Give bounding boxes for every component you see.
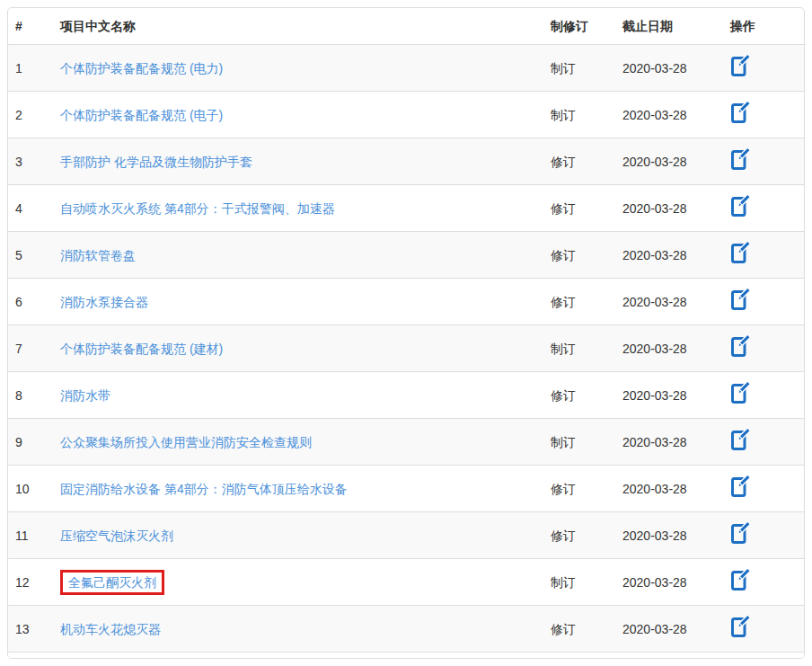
row-action-cell (723, 466, 804, 512)
row-index: 4 (8, 185, 53, 232)
edit-icon[interactable] (730, 147, 750, 171)
row-type: 修订 (543, 279, 615, 325)
edit-icon[interactable] (730, 241, 750, 264)
edit-icon[interactable] (730, 615, 750, 638)
row-index: 5 (8, 232, 53, 279)
project-name-link[interactable]: 消防水带 (60, 388, 110, 403)
row-index: 1 (8, 45, 53, 92)
row-name-cell: 手部防护 化学品及微生物防护手套 (53, 138, 543, 185)
row-name-cell: 自动喷水灭火系统 第4部分：干式报警阀、加速器 (53, 185, 543, 232)
row-action-cell (723, 512, 804, 559)
table-row: 3 手部防护 化学品及微生物防护手套 修订 2020-03-28 (8, 138, 804, 185)
edit-icon[interactable] (730, 54, 750, 77)
row-action-cell (723, 45, 804, 92)
row-deadline: 2020-03-28 (615, 92, 723, 138)
row-action-cell (723, 279, 804, 325)
row-type: 修订 (543, 232, 615, 279)
col-header-name: 项目中文名称 (53, 8, 543, 45)
row-type: 制订 (543, 325, 615, 372)
edit-icon[interactable] (730, 381, 750, 404)
col-header-type: 制修订 (543, 8, 615, 45)
row-index: 9 (8, 419, 53, 466)
edit-icon[interactable] (730, 568, 750, 591)
row-type: 制订 (543, 559, 615, 606)
table-row: 12 全氟己酮灭火剂 制订 2020-03-28 (8, 559, 804, 606)
table-row: 1 个体防护装备配备规范 (电力) 制订 2020-03-28 (8, 45, 804, 92)
edit-icon[interactable] (730, 101, 750, 124)
row-type: 修订 (543, 138, 615, 185)
edit-icon[interactable] (730, 475, 750, 498)
row-action-cell (723, 653, 804, 660)
row-action-cell (723, 185, 804, 232)
row-type: 修订 (543, 606, 615, 653)
project-name-link[interactable]: 消防软管卷盘 (60, 248, 136, 262)
project-name-link[interactable]: 机动车火花熄灭器 (60, 622, 161, 636)
row-index: 14 (8, 653, 53, 660)
row-type: 制订 (543, 92, 615, 138)
row-name-cell: 压缩空气泡沫灭火剂 (53, 512, 543, 559)
row-name-cell: 个体防护装备配备规范 (电力) (53, 45, 543, 92)
edit-icon[interactable] (730, 428, 750, 451)
row-deadline: 2020-03-28 (615, 466, 723, 512)
project-name-link[interactable]: 个体防护装备配备规范 (建材) (60, 342, 223, 356)
row-type: 修订 (543, 466, 615, 512)
project-name-link[interactable]: 个体防护装备配备规范 (电力) (60, 61, 223, 75)
row-name-cell: 消防水泵接合器 (53, 279, 543, 325)
row-deadline: 2020-03-28 (615, 653, 723, 660)
table-row: 8 消防水带 修订 2020-03-28 (8, 372, 804, 419)
project-name-link[interactable]: 手部防护 化学品及微生物防护手套 (60, 155, 252, 169)
project-name-link[interactable]: 自动喷水灭火系统 第4部分：干式报警阀、加速器 (60, 201, 335, 216)
row-type: 制订 (543, 419, 615, 466)
row-index: 8 (8, 372, 53, 419)
row-deadline: 2020-03-28 (615, 325, 723, 372)
table-row: 10 固定消防给水设备 第4部分：消防气体顶压给水设备 修订 2020-03-2… (8, 466, 804, 512)
table-row: 5 消防软管卷盘 修订 2020-03-28 (8, 232, 804, 279)
table-row: 7 个体防护装备配备规范 (建材) 制订 2020-03-28 (8, 325, 804, 372)
table-row: 4 自动喷水灭火系统 第4部分：干式报警阀、加速器 修订 2020-03-28 (8, 185, 804, 232)
project-name-link[interactable]: 压缩空气泡沫灭火剂 (60, 528, 173, 543)
row-deadline: 2020-03-28 (615, 232, 723, 279)
row-type: 修订 (543, 653, 615, 660)
row-action-cell (723, 419, 804, 466)
row-name-cell: 机动车火花熄灭器 (53, 606, 543, 653)
row-deadline: 2020-03-28 (615, 512, 723, 559)
row-name-cell: 固定消防给水设备 第4部分：消防气体顶压给水设备 (53, 466, 543, 512)
row-index: 13 (8, 606, 53, 653)
col-header-deadline: 截止日期 (615, 8, 723, 45)
edit-icon[interactable] (730, 521, 750, 545)
table-row: 14 室外消火栓 修订 2020-03-28 (8, 653, 804, 660)
project-name-link[interactable]: 固定消防给水设备 第4部分：消防气体顶压给水设备 (60, 482, 348, 496)
row-index: 7 (8, 325, 53, 372)
row-deadline: 2020-03-28 (615, 279, 723, 325)
row-index: 11 (8, 512, 53, 559)
row-action-cell (723, 606, 804, 653)
edit-icon[interactable] (730, 288, 750, 311)
row-action-cell (723, 92, 804, 138)
row-deadline: 2020-03-28 (615, 372, 723, 419)
row-action-cell (723, 325, 804, 372)
table-row: 11 压缩空气泡沫灭火剂 修订 2020-03-28 (8, 512, 804, 559)
project-name-link[interactable]: 全氟己酮灭火剂 (60, 570, 164, 595)
row-name-cell: 消防水带 (53, 372, 543, 419)
row-index: 6 (8, 279, 53, 325)
row-type: 制订 (543, 45, 615, 92)
row-deadline: 2020-03-28 (615, 419, 723, 466)
row-index: 10 (8, 466, 53, 512)
projects-table-card: # 项目中文名称 制修订 截止日期 操作 1 个体防护装备配备规范 (电力) 制… (7, 7, 805, 659)
row-type: 修订 (543, 372, 615, 419)
row-name-cell: 室外消火栓 (53, 653, 543, 660)
row-index: 3 (8, 138, 53, 185)
project-name-link[interactable]: 消防水泵接合器 (60, 295, 148, 309)
row-type: 修订 (543, 185, 615, 232)
row-type: 修订 (543, 512, 615, 559)
project-name-link[interactable]: 公众聚集场所投入使用营业消防安全检查规则 (60, 435, 312, 449)
project-name-link[interactable]: 个体防护装备配备规范 (电子) (60, 108, 223, 122)
row-action-cell (723, 559, 804, 606)
edit-icon[interactable] (730, 194, 750, 218)
table-row: 6 消防水泵接合器 修订 2020-03-28 (8, 279, 804, 325)
row-action-cell (723, 232, 804, 279)
row-name-cell: 个体防护装备配备规范 (建材) (53, 325, 543, 372)
row-deadline: 2020-03-28 (615, 45, 723, 92)
row-name-cell: 公众聚集场所投入使用营业消防安全检查规则 (53, 419, 543, 466)
edit-icon[interactable] (730, 334, 750, 358)
